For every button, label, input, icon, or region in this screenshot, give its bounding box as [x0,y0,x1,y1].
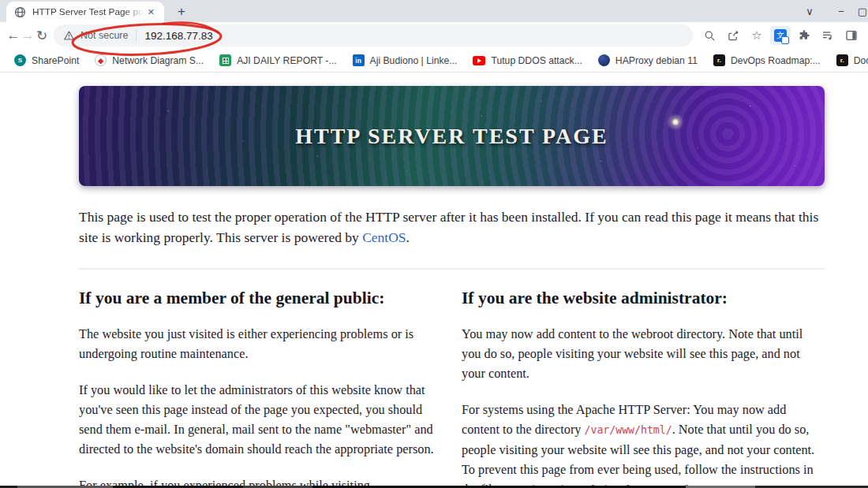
page-content: HTTP SERVER TEST PAGE This page is used … [0,73,868,486]
haproxy-icon [598,54,610,66]
network-diagram-icon: ◆ [95,54,107,66]
bookmark-aji-daily-report[interactable]: AJI DAILY REPORT -... [213,52,342,69]
code-path: /etc/httpd/conf.d/welcome.conf [501,484,689,486]
bookmark-devops-roadmap[interactable]: r. DevOps Roadmap:... [707,52,827,69]
bookmark-sharepoint[interactable]: S SharePoint [8,52,85,69]
globe-favicon-icon [14,6,26,18]
roadmap-icon: r. [836,54,848,66]
bookmark-youtube[interactable]: Tutup DDOS attack... [466,53,588,69]
paragraph: If you would like to let the administrat… [79,380,442,459]
tab-title: HTTP Server Test Page powered [32,6,144,17]
sharepoint-icon: S [14,54,26,66]
address-bar[interactable]: Not secure 192.168.77.83 [54,24,693,47]
new-tab-button[interactable]: + [172,4,191,20]
administrator-column: If you are the website administrator: Yo… [462,289,825,486]
reload-button[interactable]: ↻ [35,24,49,47]
google-sheets-icon [219,54,231,66]
text-segment: . [689,482,692,486]
browser-window: HTTP Server Test Page powered ✕ + ∨ − ▢ … [0,0,868,488]
tab-strip: HTTP Server Test Page powered ✕ + ∨ − ▢ [0,0,868,22]
search-icon[interactable] [699,25,720,46]
paragraph: You may now add content to the webroot d… [462,324,825,383]
apache-paragraph: For systems using the Apache HTTP Server… [462,400,825,486]
bookmark-network-diagram[interactable]: ◆ Network Diagram S... [88,52,210,69]
intro-paragraph: This page is used to test the proper ope… [79,207,822,248]
bookmarks-bar: S SharePoint ◆ Network Diagram S... AJI … [0,49,868,73]
intro-text-after: . [406,229,410,245]
maximize-button[interactable]: ▢ [857,6,868,17]
warning-triangle-icon [63,30,75,41]
minimize-button[interactable]: − [825,6,857,17]
toolbar-right-icons: ☆ 文 [699,25,862,46]
centos-link[interactable]: CentOS [362,229,406,245]
security-label: Not secure [80,30,128,41]
bookmark-star-icon[interactable]: ☆ [746,25,767,46]
test-page-banner: HTTP SERVER TEST PAGE [79,86,825,186]
forward-button[interactable]: → [21,24,35,47]
general-public-column: If you are a member of the general publi… [79,289,442,486]
two-column-layout: If you are a member of the general publi… [79,289,868,486]
url-text[interactable]: 192.168.77.83 [144,30,212,42]
bookmark-haproxy[interactable]: HAProxy debian 11 [592,52,704,69]
share-icon[interactable] [723,25,743,46]
youtube-icon [473,56,485,65]
paragraph: The website you just visited is either e… [79,324,442,363]
back-button[interactable]: ← [6,24,21,47]
browser-tab[interactable]: HTTP Server Test Page powered ✕ [6,2,164,22]
media-playlist-icon[interactable] [817,25,838,46]
administrator-heading: If you are the website administrator: [462,289,825,308]
intro-text: This page is used to test the proper ope… [79,209,818,245]
omnibox-divider [136,29,137,42]
bookmark-docker-roadmap[interactable]: r. Docker Roadmap -... [830,52,868,69]
general-public-heading: If you are a member of the general publi… [79,289,442,308]
page-title: HTTP SERVER TEST PAGE [295,124,608,149]
paragraph: For example, if you experienced problems… [79,475,442,486]
tab-close-icon[interactable]: ✕ [144,6,158,19]
roadmap-icon: r. [713,54,725,66]
browser-toolbar: ← → ↻ Not secure 192.168.77.83 [0,22,868,49]
code-path: /var/www/html/ [585,424,672,436]
section-divider [79,268,825,270]
extensions-puzzle-icon[interactable] [794,25,814,46]
tab-search-icon[interactable]: ∨ [794,6,825,17]
security-chip[interactable]: Not secure [63,30,128,41]
translate-icon[interactable]: 文 [770,26,791,45]
side-panel-icon[interactable] [841,25,862,46]
window-controls: ∨ − ▢ [794,0,868,22]
bookmark-linkedin[interactable]: in Aji Budiono | Linke... [346,52,464,69]
linkedin-icon: in [353,54,365,66]
